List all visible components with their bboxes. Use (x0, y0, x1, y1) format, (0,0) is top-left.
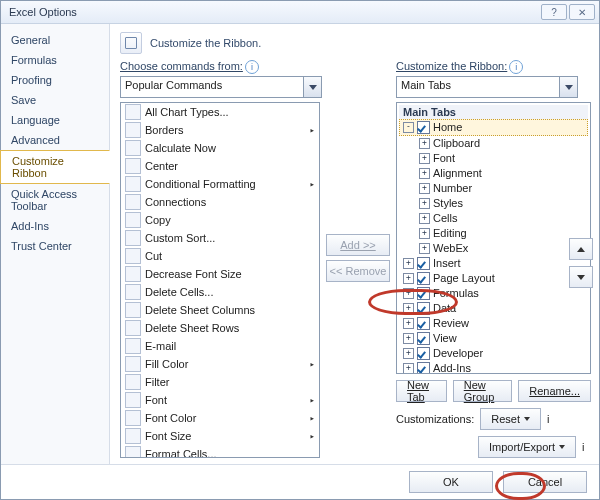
tree-node[interactable]: +Page Layout (399, 271, 588, 286)
expand-toggle[interactable]: + (419, 243, 430, 254)
import-export-button[interactable]: Import/Export (478, 436, 576, 458)
sidebar-item-save[interactable]: Save (1, 90, 109, 110)
expand-toggle[interactable]: + (403, 363, 414, 374)
customize-ribbon-combo[interactable]: Main Tabs (396, 76, 578, 98)
command-item[interactable]: E-mail▸ (121, 337, 319, 355)
move-down-button[interactable] (569, 266, 593, 288)
tree-header: Main Tabs (399, 105, 588, 119)
tree-node[interactable]: +WebEx (415, 241, 588, 256)
command-item[interactable]: Borders▸ (121, 121, 319, 139)
checkbox[interactable] (417, 332, 430, 345)
command-item[interactable]: Copy▸ (121, 211, 319, 229)
choose-commands-combo[interactable]: Popular Commands (120, 76, 322, 98)
command-item[interactable]: Center▸ (121, 157, 319, 175)
info-icon[interactable]: i (547, 413, 549, 425)
help-button[interactable]: ? (541, 4, 567, 20)
expand-toggle[interactable]: + (403, 258, 414, 269)
commands-listbox[interactable]: All Chart Types...▸Borders▸Calculate Now… (120, 102, 320, 458)
command-item[interactable]: Fill Color▸ (121, 355, 319, 373)
expand-toggle[interactable]: + (403, 288, 414, 299)
chevron-down-icon[interactable] (559, 77, 577, 97)
ok-button[interactable]: OK (409, 471, 493, 493)
rename-button[interactable]: Rename... (518, 380, 591, 402)
close-button[interactable]: ✕ (569, 4, 595, 20)
tree-node[interactable]: +Insert (399, 256, 588, 271)
command-item[interactable]: Decrease Font Size▸ (121, 265, 319, 283)
sidebar-item-quick-access-toolbar[interactable]: Quick Access Toolbar (1, 184, 109, 216)
expand-toggle[interactable]: + (403, 273, 414, 284)
move-up-button[interactable] (569, 238, 593, 260)
expand-toggle[interactable]: + (419, 168, 430, 179)
expand-toggle[interactable]: - (403, 122, 414, 133)
tree-node[interactable]: +Clipboard (415, 136, 588, 151)
expand-toggle[interactable]: + (403, 348, 414, 359)
command-item[interactable]: Delete Sheet Rows▸ (121, 319, 319, 337)
checkbox[interactable] (417, 121, 430, 134)
checkbox[interactable] (417, 257, 430, 270)
command-item[interactable]: All Chart Types...▸ (121, 103, 319, 121)
expand-toggle[interactable]: + (419, 138, 430, 149)
expand-toggle[interactable]: + (419, 198, 430, 209)
page-heading: Customize the Ribbon. (110, 24, 599, 58)
tree-node[interactable]: +Formulas (399, 286, 588, 301)
expand-toggle[interactable]: + (419, 228, 430, 239)
expand-toggle[interactable]: + (403, 333, 414, 344)
command-item[interactable]: Connections▸ (121, 193, 319, 211)
expand-toggle[interactable]: + (419, 183, 430, 194)
tree-node[interactable]: +Editing (415, 226, 588, 241)
tree-node[interactable]: +Developer (399, 346, 588, 361)
new-tab-button[interactable]: New Tab (396, 380, 447, 402)
new-group-button[interactable]: New Group (453, 380, 513, 402)
expand-toggle[interactable]: + (403, 318, 414, 329)
sidebar-item-add-ins[interactable]: Add-Ins (1, 216, 109, 236)
sidebar-item-customize-ribbon[interactable]: Customize Ribbon (0, 150, 110, 184)
expand-toggle[interactable]: + (419, 213, 430, 224)
tree-node[interactable]: +Font (415, 151, 588, 166)
command-item[interactable]: Format Cells...▸ (121, 445, 319, 458)
checkbox[interactable] (417, 287, 430, 300)
checkbox[interactable] (417, 272, 430, 285)
tree-node[interactable]: +Cells (415, 211, 588, 226)
sidebar-item-proofing[interactable]: Proofing (1, 70, 109, 90)
command-item[interactable]: Custom Sort...▸ (121, 229, 319, 247)
command-item[interactable]: Font Size▸ (121, 427, 319, 445)
tree-node[interactable]: +Add-Ins (399, 361, 588, 374)
expand-toggle[interactable]: + (419, 153, 430, 164)
checkbox[interactable] (417, 317, 430, 330)
expand-toggle[interactable]: + (403, 303, 414, 314)
chevron-down-icon[interactable] (303, 77, 321, 97)
tree-node[interactable]: +View (399, 331, 588, 346)
tree-node[interactable]: +Review (399, 316, 588, 331)
command-item[interactable]: Delete Sheet Columns▸ (121, 301, 319, 319)
command-item[interactable]: Filter▸ (121, 373, 319, 391)
command-item[interactable]: Calculate Now▸ (121, 139, 319, 157)
command-item[interactable]: Font Color▸ (121, 409, 319, 427)
tree-node[interactable]: +Data (399, 301, 588, 316)
add-button[interactable]: Add >> (326, 234, 390, 256)
tree-node[interactable]: +Styles (415, 196, 588, 211)
reset-button[interactable]: Reset (480, 408, 541, 430)
tree-node[interactable]: -Home (399, 119, 588, 136)
tree-node[interactable]: +Alignment (415, 166, 588, 181)
sidebar-item-language[interactable]: Language (1, 110, 109, 130)
remove-button[interactable]: << Remove (326, 260, 390, 282)
sidebar-item-general[interactable]: General (1, 30, 109, 50)
sidebar-item-formulas[interactable]: Formulas (1, 50, 109, 70)
sidebar-item-advanced[interactable]: Advanced (1, 130, 109, 150)
checkbox[interactable] (417, 347, 430, 360)
command-item[interactable]: Cut▸ (121, 247, 319, 265)
cancel-button[interactable]: Cancel (503, 471, 587, 493)
command-item[interactable]: Conditional Formatting▸ (121, 175, 319, 193)
checkbox[interactable] (417, 302, 430, 315)
info-icon[interactable]: i (582, 441, 584, 453)
command-item[interactable]: Font▸ (121, 391, 319, 409)
command-item[interactable]: Delete Cells...▸ (121, 283, 319, 301)
command-icon (125, 194, 141, 210)
info-icon[interactable]: i (509, 60, 523, 74)
tree-node[interactable]: +Number (415, 181, 588, 196)
sidebar-item-trust-center[interactable]: Trust Center (1, 236, 109, 256)
info-icon[interactable]: i (245, 60, 259, 74)
tabs-tree[interactable]: Main Tabs -Home+Clipboard+Font+Alignment… (396, 102, 591, 374)
tree-node-label: Review (433, 316, 469, 331)
checkbox[interactable] (417, 362, 430, 374)
